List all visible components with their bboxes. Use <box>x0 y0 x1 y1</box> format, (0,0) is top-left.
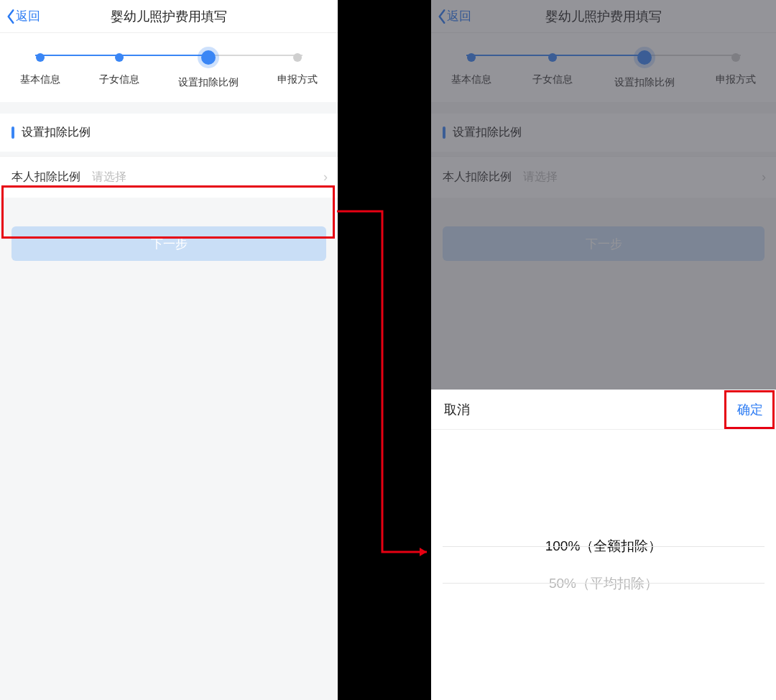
step-declare-method: 申报方式 <box>716 53 756 86</box>
confirm-button[interactable]: 确定 <box>737 401 763 418</box>
annotation-arrow-icon <box>335 208 435 561</box>
stepper: 基本信息 子女信息 设置扣除比例 申报方式 <box>431 33 776 102</box>
topbar: 返回 婴幼儿照护费用填写 <box>431 0 776 33</box>
step-dot-icon <box>115 53 124 62</box>
topbar: 返回 婴幼儿照护费用填写 <box>0 0 338 33</box>
section-title: 设置扣除比例 <box>0 114 338 152</box>
back-button[interactable]: 返回 <box>0 8 40 24</box>
field-placeholder: 请选择 <box>92 170 126 185</box>
next-button-label: 下一步 <box>586 236 622 252</box>
step-basic-info: 基本信息 <box>451 53 491 86</box>
watermark: 江西龙网 <box>707 676 770 696</box>
step-dot-future-icon <box>293 53 302 62</box>
chevron-left-icon <box>6 9 16 24</box>
cancel-button[interactable]: 取消 <box>444 401 470 418</box>
step-deduction-ratio: 设置扣除比例 <box>178 50 239 89</box>
back-label: 返回 <box>447 8 471 24</box>
next-button-label: 下一步 <box>151 236 188 252</box>
step-label: 基本信息 <box>20 73 60 86</box>
section-title: 设置扣除比例 <box>431 114 776 152</box>
step-dot-future-icon <box>731 53 740 62</box>
chevron-right-icon: › <box>762 170 766 185</box>
picker-toolbar: 取消 确定 <box>431 390 776 430</box>
step-label: 申报方式 <box>716 73 756 86</box>
step-label: 设置扣除比例 <box>614 76 675 89</box>
step-dot-icon <box>548 53 557 62</box>
ratio-picker: 取消 确定 100%（全额扣除） 50%（平均扣除） <box>431 390 776 700</box>
chevron-left-icon <box>437 9 447 24</box>
step-label: 申报方式 <box>277 73 318 86</box>
field-label: 本人扣除比例 <box>11 170 80 185</box>
step-dot-active-icon <box>201 50 216 65</box>
picker-option[interactable]: 100%（全额扣除） <box>431 528 776 565</box>
ratio-field[interactable]: 本人扣除比例 请选择 › <box>0 156 338 198</box>
field-label: 本人扣除比例 <box>443 170 512 185</box>
step-label: 子女信息 <box>532 73 573 86</box>
step-dot-icon <box>467 53 476 62</box>
back-label: 返回 <box>16 8 40 24</box>
step-dot-icon <box>36 53 45 62</box>
chevron-right-icon: › <box>323 170 328 185</box>
picker-wheel[interactable]: 100%（全额扣除） 50%（平均扣除） <box>431 430 776 700</box>
page-title: 婴幼儿照护费用填写 <box>431 8 776 25</box>
section-ratio: 设置扣除比例 <box>0 114 338 152</box>
stepper: 基本信息 子女信息 设置扣除比例 申报方式 <box>0 33 338 102</box>
step-label: 设置扣除比例 <box>178 76 239 89</box>
field-placeholder: 请选择 <box>523 170 558 185</box>
step-declare-method: 申报方式 <box>277 53 318 86</box>
step-deduction-ratio: 设置扣除比例 <box>614 50 675 89</box>
next-button[interactable]: 下一步 <box>11 226 326 261</box>
step-label: 子女信息 <box>99 73 139 86</box>
step-label: 基本信息 <box>451 73 491 86</box>
back-button[interactable]: 返回 <box>431 8 471 24</box>
step-basic-info: 基本信息 <box>20 53 60 86</box>
screen-before: 返回 婴幼儿照护费用填写 基本信息 子女信息 设置扣除比例 申报方式 <box>0 0 338 700</box>
step-dot-active-icon <box>637 50 652 65</box>
ratio-field[interactable]: 本人扣除比例 请选择 › <box>431 156 776 198</box>
step-child-info: 子女信息 <box>532 53 573 86</box>
step-child-info: 子女信息 <box>99 53 139 86</box>
picker-option[interactable]: 50%（平均扣除） <box>431 565 776 602</box>
section-ratio: 设置扣除比例 <box>431 114 776 152</box>
screen-after: 返回 婴幼儿照护费用填写 基本信息 子女信息 设置扣除比例 申报方式 <box>431 0 776 700</box>
next-button[interactable]: 下一步 <box>443 226 765 261</box>
page-title: 婴幼儿照护费用填写 <box>0 8 338 25</box>
